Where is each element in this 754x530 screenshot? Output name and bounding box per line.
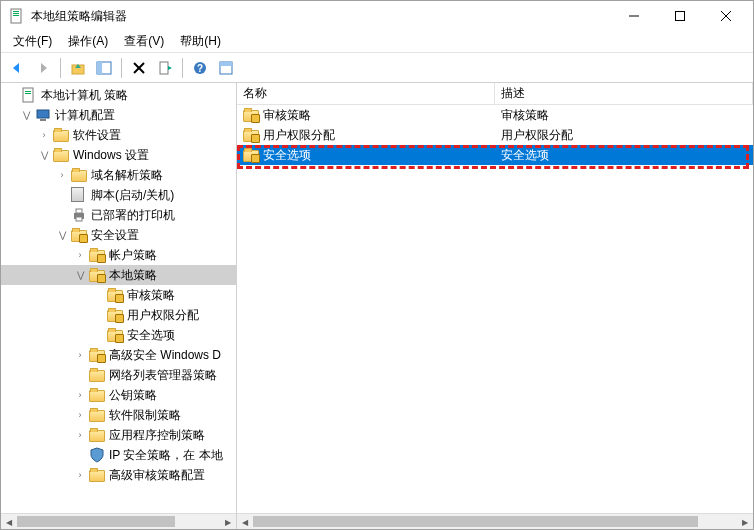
policy-icon [21, 87, 37, 103]
folder-icon [71, 170, 87, 182]
toolbar-separator [60, 58, 61, 78]
expand-icon[interactable]: › [73, 468, 87, 482]
menubar: 文件(F) 操作(A) 查看(V) 帮助(H) [1, 31, 753, 53]
minimize-button[interactable] [611, 1, 657, 31]
folder-icon [89, 430, 105, 442]
expand-icon[interactable]: › [37, 128, 51, 142]
window-title: 本地组策略编辑器 [31, 8, 611, 25]
tree-public-key[interactable]: ›公钥策略 [1, 385, 236, 405]
delete-button[interactable] [127, 56, 151, 80]
list-row[interactable]: 用户权限分配 用户权限分配 [237, 125, 753, 145]
tree-ip-security[interactable]: IP 安全策略，在 本地 [1, 445, 236, 465]
script-icon [71, 187, 87, 203]
expand-icon[interactable]: › [73, 388, 87, 402]
svg-rect-5 [676, 12, 685, 21]
titlebar: 本地组策略编辑器 [1, 1, 753, 31]
column-name-header[interactable]: 名称 [237, 83, 495, 104]
tree-audit-policy[interactable]: 审核策略 [1, 285, 236, 305]
collapse-icon[interactable]: ⋁ [55, 228, 69, 242]
collapse-icon[interactable]: ⋁ [37, 148, 51, 162]
tree-local-policies[interactable]: ⋁本地策略 [1, 265, 236, 285]
folder-icon [89, 410, 105, 422]
list-row[interactable]: 安全选项 安全选项 [237, 145, 753, 165]
scroll-left-icon[interactable]: ◀ [1, 514, 17, 529]
close-button[interactable] [703, 1, 749, 31]
svg-rect-3 [13, 15, 19, 16]
app-icon [9, 8, 25, 24]
tree-panel[interactable]: 本地计算机 策略 ⋁计算机配置 ›软件设置 ⋁Windows 设置 ›域名解析策… [1, 83, 237, 529]
svg-rect-22 [40, 119, 46, 121]
folder-lock-icon [243, 150, 259, 162]
svg-rect-20 [25, 93, 31, 94]
folder-lock-icon [107, 310, 123, 322]
forward-button[interactable] [31, 56, 55, 80]
collapse-icon[interactable]: ⋁ [73, 268, 87, 282]
column-description-header[interactable]: 描述 [495, 83, 753, 104]
tree-name-resolution[interactable]: ›域名解析策略 [1, 165, 236, 185]
tree-security-settings[interactable]: ⋁安全设置 [1, 225, 236, 245]
printer-icon [71, 207, 87, 223]
svg-rect-25 [76, 217, 82, 221]
maximize-button[interactable] [657, 1, 703, 31]
folder-icon [89, 390, 105, 402]
svg-rect-1 [13, 11, 19, 12]
expand-icon[interactable]: › [73, 428, 87, 442]
scroll-left-icon[interactable]: ◀ [237, 514, 253, 529]
folder-icon [89, 470, 105, 482]
tree-security-options[interactable]: 安全选项 [1, 325, 236, 345]
tree-scripts[interactable]: 脚本(启动/关机) [1, 185, 236, 205]
menu-action[interactable]: 操作(A) [60, 31, 116, 52]
svg-rect-13 [160, 62, 168, 74]
tree-deployed-printers[interactable]: 已部署的打印机 [1, 205, 236, 225]
svg-rect-21 [37, 110, 49, 118]
tree-root[interactable]: 本地计算机 策略 [1, 85, 236, 105]
tree-advanced-audit[interactable]: ›高级审核策略配置 [1, 465, 236, 485]
svg-rect-17 [220, 62, 232, 66]
collapse-icon[interactable]: ⋁ [19, 108, 33, 122]
svg-text:?: ? [197, 63, 203, 74]
export-list-button[interactable] [153, 56, 177, 80]
list-body: 审核策略 审核策略 用户权限分配 用户权限分配 安全选项 安全选项 [237, 105, 753, 165]
folder-lock-icon [243, 130, 259, 142]
svg-rect-18 [23, 88, 33, 102]
up-button[interactable] [66, 56, 90, 80]
expand-icon[interactable]: › [55, 168, 69, 182]
computer-icon [35, 107, 51, 123]
menu-view[interactable]: 查看(V) [116, 31, 172, 52]
list-panel: 名称 描述 审核策略 审核策略 用户权限分配 用户权限分配 安全选项 安全选项 … [237, 83, 753, 529]
properties-button[interactable] [214, 56, 238, 80]
menu-file[interactable]: 文件(F) [5, 31, 60, 52]
svg-rect-24 [76, 209, 82, 213]
tree-advanced-windows[interactable]: ›高级安全 Windows D [1, 345, 236, 365]
folder-icon [53, 130, 69, 142]
list-row[interactable]: 审核策略 审核策略 [237, 105, 753, 125]
menu-help[interactable]: 帮助(H) [172, 31, 229, 52]
show-hide-console-tree-button[interactable] [92, 56, 116, 80]
shield-icon [89, 447, 105, 463]
back-button[interactable] [5, 56, 29, 80]
toolbar-separator [121, 58, 122, 78]
folder-icon [89, 370, 105, 382]
tree-app-control[interactable]: ›应用程序控制策略 [1, 425, 236, 445]
folder-lock-icon [89, 250, 105, 262]
folder-lock-icon [89, 350, 105, 362]
list-horizontal-scrollbar[interactable]: ◀ ▶ [237, 513, 753, 529]
expand-icon[interactable]: › [73, 248, 87, 262]
tree-software-settings[interactable]: ›软件设置 [1, 125, 236, 145]
scroll-right-icon[interactable]: ▶ [737, 514, 753, 529]
help-button[interactable]: ? [188, 56, 212, 80]
tree-windows-settings[interactable]: ⋁Windows 设置 [1, 145, 236, 165]
expand-icon[interactable]: › [73, 408, 87, 422]
tree-software-restriction[interactable]: ›软件限制策略 [1, 405, 236, 425]
tree-network-list-mgr[interactable]: 网络列表管理器策略 [1, 365, 236, 385]
tree-horizontal-scrollbar[interactable]: ◀ ▶ [1, 513, 236, 529]
toolbar: ? [1, 53, 753, 83]
tree-account-policies[interactable]: ›帐户策略 [1, 245, 236, 265]
folder-lock-icon [243, 110, 259, 122]
svg-rect-19 [25, 91, 31, 92]
tree-user-rights[interactable]: 用户权限分配 [1, 305, 236, 325]
folder-lock-icon [107, 330, 123, 342]
scroll-right-icon[interactable]: ▶ [220, 514, 236, 529]
tree-computer-config[interactable]: ⋁计算机配置 [1, 105, 236, 125]
expand-icon[interactable]: › [73, 348, 87, 362]
